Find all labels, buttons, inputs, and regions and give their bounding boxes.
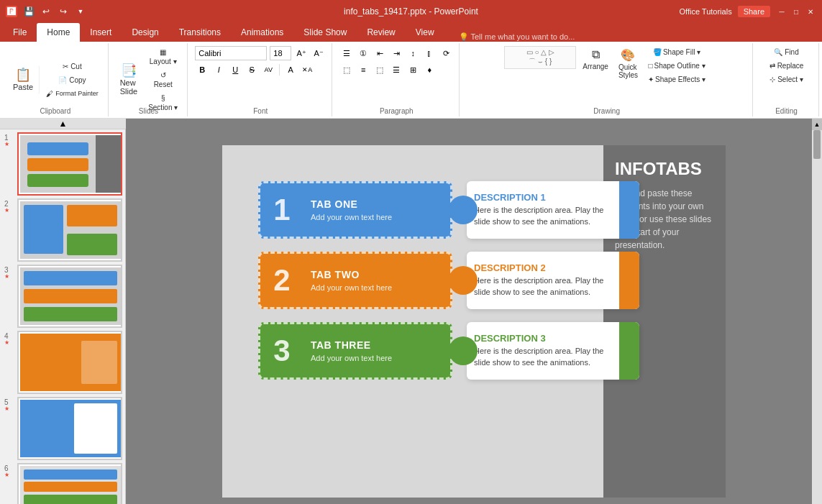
tab-accent-3	[619, 322, 639, 380]
tell-me-bar[interactable]: 💡 Tell me what you want to do...	[444, 32, 822, 42]
shape-outline-btn[interactable]: □ Shape Outline ▾	[644, 60, 709, 72]
decrease-indent-btn[interactable]: ⇤	[373, 46, 387, 60]
tab-animations[interactable]: Animations	[231, 23, 293, 42]
undo-quick-btn[interactable]: ↩	[39, 4, 53, 19]
italic-btn[interactable]: I	[211, 63, 226, 77]
tab-file[interactable]: File	[3, 23, 37, 42]
align-right-btn[interactable]: ⬚	[373, 63, 387, 77]
font-color-btn[interactable]: A	[283, 63, 298, 77]
replace-icon: ⇄	[770, 62, 775, 70]
vscroll-thumb[interactable]	[813, 130, 821, 159]
tab-design[interactable]: Design	[122, 23, 168, 42]
thumb-5-box	[74, 403, 117, 454]
select-icon: ⊹	[770, 75, 775, 83]
bullets-btn[interactable]: ☰	[339, 46, 354, 60]
increase-font-btn[interactable]: A⁺	[294, 46, 309, 60]
shape-effects-btn[interactable]: ✦ Shape Effects ▾	[644, 73, 709, 86]
shape-fill-btn[interactable]: 🪣 Shape Fill ▾	[644, 46, 709, 58]
scroll-up-btn[interactable]: ▲	[0, 119, 126, 129]
format-painter-btn[interactable]: 🖌Format Painter	[42, 88, 102, 100]
font-controls: A⁺ A⁻ B I U S AV A ✕A	[195, 46, 326, 114]
align-space-btn[interactable]: ⊞	[406, 63, 420, 77]
vscroll-up-btn[interactable]: ▲	[812, 119, 822, 130]
app-icon: 🅿	[6, 6, 17, 17]
smallcaps-btn[interactable]: AV	[261, 63, 275, 77]
align-left-btn[interactable]: ⬚	[339, 63, 354, 77]
tab-item-3[interactable]: 3 TAB THREE Add your own text here DESCR…	[258, 322, 639, 380]
tab-item-1[interactable]: 1 TAB ONE Add your own text here DESCRIP…	[258, 181, 639, 239]
slide-thumb-container-3: 3 ★	[3, 265, 122, 328]
star-icon-6: ★	[4, 472, 9, 478]
align-center-btn[interactable]: ≡	[356, 63, 370, 77]
slide-thumb-5[interactable]	[17, 397, 122, 460]
tab-home[interactable]: Home	[37, 23, 80, 42]
numbering-btn[interactable]: ①	[356, 46, 370, 60]
replace-btn[interactable]: ⇄ Replace	[766, 60, 808, 72]
tab-insert[interactable]: Insert	[80, 23, 122, 42]
font-size-input[interactable]	[270, 46, 291, 60]
outline-icon: □	[648, 62, 652, 70]
smart-art-btn[interactable]: ♦	[422, 63, 437, 77]
tab-view[interactable]: View	[406, 23, 444, 42]
slide-thumb-2[interactable]	[17, 198, 122, 262]
tab-item-2[interactable]: 2 TAB TWO Add your own text here DESCRIP…	[258, 252, 639, 309]
maximize-btn[interactable]: □	[790, 6, 802, 17]
group-editing: 🔍 Find ⇄ Replace ⊹ Select ▾ Editing	[754, 43, 819, 116]
layout-icon: ▦	[160, 48, 166, 56]
quick-styles-btn[interactable]: 🎨 QuickStyles	[615, 46, 641, 81]
main-slide[interactable]: INFOTABS Cut and paste these elements in…	[222, 145, 726, 498]
slides-sidebar: ▲ 1 ★ 2	[0, 119, 126, 504]
save-quick-btn[interactable]: 💾	[22, 4, 36, 19]
ribbon: File Home Insert Design Transitions Anim…	[0, 23, 822, 119]
office-tutorials-btn[interactable]: Office Tutorials	[679, 7, 731, 16]
tab-text-2: TAB TWO Add your own text here	[303, 263, 450, 298]
thumb-3-bg	[20, 267, 121, 325]
tab-left-3: 3 TAB THREE Add your own text here	[258, 322, 452, 380]
reset-btn[interactable]: ↺ Reset	[145, 69, 181, 91]
find-btn[interactable]: 🔍 Find	[766, 46, 808, 58]
sidebar-with-scroll: ▲ 1 ★ 2	[0, 119, 126, 504]
tab-transitions[interactable]: Transitions	[169, 23, 231, 42]
star-icon-5: ★	[4, 406, 9, 412]
strikethrough-btn[interactable]: S	[245, 63, 259, 77]
columns-btn[interactable]: ⫿	[422, 46, 437, 60]
layout-btn[interactable]: ▦ Layout ▾	[145, 46, 181, 68]
underline-btn[interactable]: U	[228, 63, 242, 77]
thumb-4-bg	[20, 334, 121, 391]
select-btn[interactable]: ⊹ Select ▾	[766, 73, 808, 86]
tab-right-2: DESCRIPTION 2 Here is the description ar…	[467, 252, 639, 309]
arrange-btn[interactable]: ⧉ Arrange	[579, 46, 612, 73]
minimize-btn[interactable]: ─	[776, 6, 787, 17]
fill-icon: 🪣	[653, 48, 662, 56]
thumb-6-row3	[24, 495, 117, 504]
slide-thumb-container-1: 1 ★	[3, 132, 122, 196]
slide-thumb-3[interactable]	[17, 265, 122, 328]
justify-btn[interactable]: ☰	[389, 63, 403, 77]
slide-thumb-4[interactable]	[17, 331, 122, 394]
tab-subtitle-1: Add your own text here	[311, 213, 443, 221]
paste-btn[interactable]: 📋 Paste	[9, 65, 40, 94]
share-btn[interactable]: Share	[738, 6, 770, 17]
line-spacing-btn[interactable]: ↕	[406, 46, 420, 60]
tab-review[interactable]: Review	[357, 23, 405, 42]
thumb-2-left	[24, 205, 63, 254]
bold-btn[interactable]: B	[195, 63, 209, 77]
desc-title-3: DESCRIPTION 3	[474, 333, 632, 344]
thumb-3-row2	[24, 289, 117, 303]
clear-format-btn[interactable]: ✕A	[300, 63, 314, 77]
text-direction-btn[interactable]: ⟳	[439, 46, 453, 60]
tab-slideshow[interactable]: Slide Show	[293, 23, 357, 42]
slide-thumb-6[interactable]	[17, 463, 122, 504]
cut-btn[interactable]: ✂Cut	[42, 60, 102, 73]
new-slide-btn[interactable]: 📑 NewSlide	[116, 61, 142, 98]
increase-indent-btn[interactable]: ⇥	[389, 46, 403, 60]
decrease-font-btn[interactable]: A⁻	[311, 46, 326, 60]
font-name-input[interactable]	[195, 46, 267, 60]
customize-quick-btn[interactable]: ▼	[73, 4, 88, 19]
slide-thumb-1[interactable]	[17, 132, 122, 196]
copy-btn[interactable]: 📄Copy	[42, 74, 102, 86]
redo-quick-btn[interactable]: ↪	[56, 4, 70, 19]
drawing-small-buttons: 🪣 Shape Fill ▾ □ Shape Outline ▾ ✦ Shape…	[644, 46, 709, 86]
close-btn[interactable]: ✕	[805, 6, 816, 17]
slide-thumb-container-4: 4 ★	[3, 331, 122, 394]
